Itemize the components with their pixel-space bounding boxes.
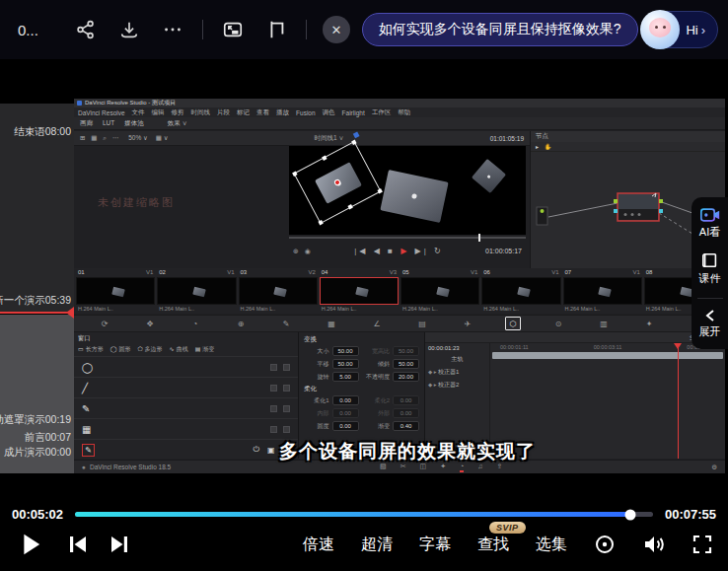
screenshot-button[interactable] — [259, 13, 293, 46]
soften-title: 柔化 — [304, 385, 419, 393]
solid-icon: ▣ — [267, 446, 275, 455]
viewer-option-icons — [293, 247, 313, 255]
viewer-timecode: 01:01:05:19 — [490, 135, 524, 142]
menu-item: 编辑 — [152, 108, 165, 117]
total-time: 00:07:55 — [665, 507, 716, 522]
clip-thumbnail: 02 V1 H.264 Main L.. — [157, 269, 236, 313]
menu-item: 标记 — [237, 108, 250, 117]
transform-field: 平移50.00 — [304, 359, 359, 369]
skip-previous-icon — [67, 534, 89, 555]
shape-tool: ∿曲线 — [170, 345, 188, 354]
step-back-icon: ◀ — [374, 247, 383, 255]
resolve-title-bar: DaVinci Resolve Studio - 测试项目 — [74, 99, 725, 107]
quality-button[interactable]: 超清 — [361, 535, 393, 555]
ai-assistant-button[interactable]: Hi — [641, 11, 718, 48]
color-tool-icon: ▦ — [324, 317, 339, 330]
viewer-zoom-dropdown: 50% ∨ — [128, 134, 148, 142]
clip-image — [76, 277, 155, 305]
viewer-toolbar: 50% ∨ ▦ ∨ 时间线1 ∨ 01:01:05:19 — [74, 131, 530, 146]
assistant-avatar — [640, 10, 680, 49]
picture-in-picture-button[interactable] — [216, 13, 250, 46]
transform-field: 不透明度20.00 — [365, 372, 420, 382]
clip-thumbnail: 05 V1 H.264 Main L.. — [400, 269, 479, 313]
clip-track: V1 — [146, 269, 153, 277]
progress-handle[interactable] — [624, 509, 635, 520]
chapter-label: 结束语08:00 — [14, 125, 71, 139]
soften-field: 外部0.00 — [365, 408, 420, 418]
svip-badge: SVIP — [489, 522, 526, 534]
volume-button[interactable] — [642, 534, 666, 555]
expand-label: 展开 — [699, 324, 721, 339]
ai-camera-icon — [700, 207, 720, 223]
shape-tool: ▭长方形 — [78, 345, 104, 354]
previous-episode-button[interactable] — [67, 534, 89, 555]
menu-item: 查看 — [256, 108, 269, 117]
transport-timecode: 01:00:05:17 — [485, 248, 522, 254]
play-icon — [22, 533, 41, 556]
subtitles-button[interactable]: 字幕 — [419, 535, 451, 555]
color-tool-icon: ✦ — [641, 317, 657, 330]
ai-watch-button[interactable]: AI看 — [699, 207, 720, 240]
color-tools-row: ⟳✥◔⊕✎▦∠▤✈⬡⊙▥✦⌗ — [74, 315, 725, 332]
find-button[interactable]: SVIP 查找 — [477, 535, 509, 555]
crop-frame-icon — [265, 19, 287, 40]
close-icon: ✕ — [330, 23, 341, 37]
node-panel-tools — [531, 142, 725, 152]
fullscreen-button[interactable] — [692, 535, 712, 554]
toolbar-item: 画廊 — [80, 119, 93, 128]
davinci-resolve-window: DaVinci Resolve Studio - 测试项目 DaVinci Re… — [74, 99, 725, 473]
clip-track: V1 — [551, 269, 558, 277]
courseware-label: 课件 — [699, 271, 721, 286]
clip-strip: 01 V1 H.264 Main L.. 02 V1 H.264 Main L.… — [74, 268, 725, 314]
keyframe-playhead — [678, 343, 679, 459]
close-question-button[interactable]: ✕ — [323, 16, 350, 43]
window-list-row: ◯ — [74, 357, 298, 378]
viewer-tool-icons — [80, 134, 120, 142]
laptop-image-right — [472, 159, 506, 193]
soften-field: 柔化20.00 — [365, 395, 420, 405]
effects-dropdown: 效果 ∨ — [168, 119, 187, 128]
controls-row: 倍速 超清 字幕 SVIP 查找 选集 — [0, 522, 728, 556]
toolbar-item: LUT — [103, 119, 114, 128]
color-tool-icon: ⬡ — [505, 317, 521, 330]
clip-codec: H.264 Main L.. — [239, 305, 318, 312]
play-icon: ▶ — [400, 247, 409, 255]
clip-codec: H.264 Main L.. — [563, 305, 642, 312]
clip-number: 06 — [483, 269, 490, 277]
ai-question-pill[interactable]: 如何实现多个设备同屏且保持抠像效果? — [362, 13, 638, 46]
ruler-timecode: 00:00:03:11 — [594, 344, 622, 350]
keyframe-ruler: 00:00:01:1100:00:03:1100:00:05:11 — [490, 343, 725, 351]
menu-item: 帮助 — [398, 108, 410, 117]
clip-image — [400, 277, 479, 305]
clip-image — [563, 277, 642, 305]
progress-bar[interactable] — [75, 512, 653, 517]
chapter-label: 前言00:07 — [25, 431, 71, 445]
playback-speed-button[interactable]: 倍速 — [303, 535, 334, 555]
clip-image — [157, 277, 236, 305]
clip-thumbnail: 01 V1 H.264 Main L.. — [76, 269, 155, 313]
next-episode-button[interactable] — [109, 534, 130, 555]
clip-number: 05 — [402, 269, 409, 277]
player-control-bar: 00:05:02 00:07:55 — [0, 498, 728, 571]
viewer-transport-controls: |◀ ◀ ■ ▶ ▶| ↻ 01:00:05:17 — [289, 243, 526, 258]
expand-button[interactable]: 展开 — [699, 309, 721, 339]
video-frame[interactable]: 结束语08:00 新一个演示05:39 手动遮罩演示00:19 前言00:07 … — [0, 59, 728, 498]
window-list-row: ▦ — [74, 419, 298, 440]
courseware-button[interactable]: 课件 — [699, 251, 721, 286]
transform-field: 旋转5.00 — [304, 372, 359, 382]
clip-track: V2 — [308, 269, 315, 277]
color-tool-icon: ▤ — [414, 317, 430, 330]
episodes-button[interactable]: 选集 — [536, 535, 567, 555]
screencast-button[interactable] — [594, 534, 616, 555]
chapter-playhead-marker — [0, 312, 74, 314]
more-options-button[interactable] — [156, 13, 189, 46]
share-button[interactable] — [69, 13, 103, 46]
menu-item: Fusion — [296, 109, 316, 116]
progress-row: 00:05:02 00:07:55 — [0, 498, 728, 522]
progress-fill — [75, 512, 629, 517]
download-button[interactable] — [112, 13, 146, 46]
window-list-row: ╱ — [74, 378, 298, 398]
play-button[interactable] — [22, 533, 41, 556]
clip-codec: H.264 Main L.. — [481, 305, 560, 312]
color-tool-icon: ✎ — [278, 317, 294, 330]
